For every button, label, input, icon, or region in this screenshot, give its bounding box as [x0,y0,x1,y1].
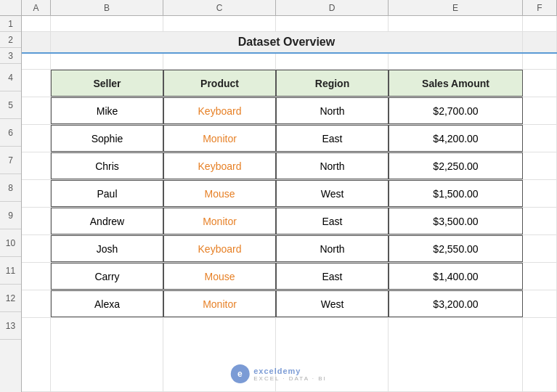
cell-a11[interactable] [22,263,51,290]
cell-c9[interactable]: Monitor [163,208,276,234]
cell-b1[interactable] [51,16,163,31]
cell-e12[interactable]: $3,200.00 [389,290,523,317]
watermark-tagline: EXCEL · DATA · BI [253,375,327,382]
cell-a1[interactable] [22,16,51,31]
row-10-data: Josh Keyboard North $2,550.00 [22,235,557,263]
cell-e11[interactable]: $1,400.00 [389,263,523,290]
cell-a5[interactable] [22,97,51,124]
watermark-logo-icon: e [230,364,249,383]
cell-b12[interactable]: Alexa [51,290,163,317]
row-header-4: 4 [0,64,21,91]
cell-e8[interactable]: $1,500.00 [389,180,523,207]
cell-e4-sales[interactable]: Sales Amount [389,70,523,97]
row-header-9: 9 [0,202,21,229]
cell-e7[interactable]: $2,250.00 [389,152,523,179]
cell-c3[interactable] [163,54,276,69]
cell-c5[interactable]: Keyboard [163,97,276,124]
row-9-data: Andrew Monitor East $3,500.00 [22,208,557,235]
cell-e9[interactable]: $3,500.00 [389,208,523,234]
cell-b8[interactable]: Paul [51,180,163,207]
sheet-content: Dataset Overview Seller Product Region S… [22,16,557,392]
cell-rest10 [523,235,557,262]
cell-d1[interactable] [276,16,389,31]
cell-rest5 [523,97,557,124]
cell-b11[interactable]: Carry [51,263,163,290]
cell-b3[interactable] [51,54,163,69]
row-1 [22,16,557,32]
cell-e1[interactable] [389,16,523,31]
row-2-title: Dataset Overview [22,32,557,54]
row-6-data: Sophie Monitor East $4,200.00 [22,125,557,152]
cell-b7[interactable]: Chris [51,152,163,179]
cell-a13[interactable] [22,318,51,391]
cell-c8[interactable]: Mouse [163,180,276,207]
cell-e10[interactable]: $2,550.00 [389,235,523,262]
cell-d7[interactable]: North [276,152,389,179]
cell-rest6 [523,125,557,152]
row-header-12: 12 [0,285,21,312]
cell-b13[interactable] [51,318,163,391]
cell-e3[interactable] [389,54,523,69]
row-5-data: Mike Keyboard North $2,700.00 [22,97,557,125]
col-b-header: B [51,0,163,16]
cell-a6[interactable] [22,125,51,152]
cell-a12[interactable] [22,290,51,317]
row-11-data: Carry Mouse East $1,400.00 [22,263,557,290]
cell-a8[interactable] [22,180,51,207]
cell-b5[interactable]: Mike [51,97,163,124]
row-header-5: 5 [0,91,21,119]
row-3 [22,54,557,70]
cell-a10[interactable] [22,235,51,262]
cell-d12[interactable]: West [276,290,389,317]
col-f-header: F [523,0,557,16]
row-4-header: Seller Product Region Sales Amount [22,70,557,97]
cell-b4-seller[interactable]: Seller [51,70,163,97]
watermark: e exceldemy EXCEL · DATA · BI [230,364,327,383]
cell-d6[interactable]: East [276,125,389,152]
cell-rest3 [523,54,557,69]
row-header-2: 2 [0,32,21,48]
cell-rest1 [523,16,557,31]
row-header-11: 11 [0,257,21,285]
cell-c6[interactable]: Monitor [163,125,276,152]
cell-d10[interactable]: North [276,235,389,262]
row-header-8: 8 [0,174,21,202]
cell-rest12 [523,290,557,317]
cell-b9[interactable]: Andrew [51,208,163,234]
cell-rest2 [523,32,557,52]
cell-e5[interactable]: $2,700.00 [389,97,523,124]
col-a-header: A [22,0,51,16]
cell-b6[interactable]: Sophie [51,125,163,152]
cell-rest9 [523,208,557,234]
cell-e6[interactable]: $4,200.00 [389,125,523,152]
cell-c1[interactable] [163,16,276,31]
cell-c12[interactable]: Monitor [163,290,276,317]
cell-d8[interactable]: West [276,180,389,207]
cell-c7[interactable]: Keyboard [163,152,276,179]
cell-b10[interactable]: Josh [51,235,163,262]
cell-rest8 [523,180,557,207]
cell-c11[interactable]: Mouse [163,263,276,290]
cell-d3[interactable] [276,54,389,69]
cell-c10[interactable]: Keyboard [163,235,276,262]
cell-d11[interactable]: East [276,263,389,290]
row-header-1: 1 [0,16,21,32]
col-c-header: C [163,0,276,16]
cell-a4[interactable] [22,70,51,97]
row-header-10: 10 [0,229,21,257]
cell-a3[interactable] [22,54,51,69]
title-cell: Dataset Overview [51,32,523,52]
cell-d9[interactable]: East [276,208,389,234]
row-header-7: 7 [0,147,21,174]
cell-c4-product[interactable]: Product [163,70,276,97]
cell-a2[interactable] [22,32,51,52]
row-7-data: Chris Keyboard North $2,250.00 [22,152,557,180]
cell-e13[interactable] [389,318,523,391]
cell-d4-region[interactable]: Region [276,70,389,97]
row-header-13: 13 [0,312,21,340]
cell-a7[interactable] [22,152,51,179]
row-8-data: Paul Mouse West $1,500.00 [22,180,557,208]
cell-d5[interactable]: North [276,97,389,124]
cell-rest4 [523,70,557,97]
cell-a9[interactable] [22,208,51,234]
